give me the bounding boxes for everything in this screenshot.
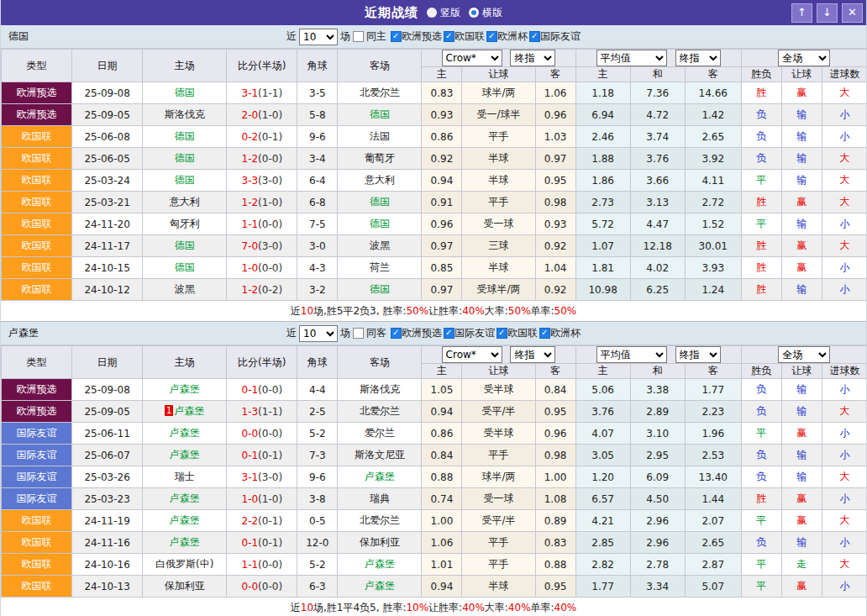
avg-away-cell: 1.52 xyxy=(685,213,741,235)
avg-draw-cell: 2.95 xyxy=(630,445,685,466)
goals-result-cell: 大 xyxy=(822,82,867,104)
home-odds-cell: 0.86 xyxy=(422,126,462,148)
avg-away-cell: 2.87 xyxy=(685,554,741,576)
league-checkbox-checked[interactable] xyxy=(444,31,455,42)
layout-horizontal-option[interactable]: 横版 xyxy=(469,6,502,20)
avg-draw-cell: 6.09 xyxy=(630,466,685,488)
scroll-up-button[interactable]: ↑ xyxy=(791,3,812,23)
average-select[interactable]: 平均值 xyxy=(596,50,667,66)
odds-time-select-1[interactable]: 终指 xyxy=(510,346,555,363)
bookmaker-select[interactable]: Crow* xyxy=(442,346,502,363)
match-type-cell: 欧国联 xyxy=(2,126,72,148)
avg-away-cell: 3.92 xyxy=(685,148,741,170)
score-cell: 1-0(0-0) xyxy=(227,257,297,279)
halftime-score: (1-0) xyxy=(258,493,282,505)
avg-home-cell: 3.76 xyxy=(575,401,630,423)
corner-cell: 3-2 xyxy=(297,279,338,301)
league-checkbox-checked[interactable] xyxy=(486,31,497,42)
match-date-cell: 24-11-16 xyxy=(72,532,143,554)
halftime-score: (3-0) xyxy=(258,240,282,252)
subcol-avg-home: 主 xyxy=(575,67,630,82)
radio-unselected-icon[interactable] xyxy=(427,8,437,18)
period-select[interactable]: 全场 xyxy=(778,346,830,363)
match-type-cell: 欧洲预选 xyxy=(2,104,72,126)
avg-draw-cell: 6.25 xyxy=(630,279,685,301)
match-count-select[interactable]: 10 xyxy=(299,325,338,342)
handicap-cell: 球半/两 xyxy=(462,82,535,104)
subcol-home-odds: 主 xyxy=(422,364,462,379)
avg-away-cell: 2.23 xyxy=(685,401,741,423)
close-button[interactable]: ✕ xyxy=(842,3,863,23)
league-checkbox-checked[interactable] xyxy=(529,31,540,42)
handicap-cell: 受平/半 xyxy=(462,401,535,423)
score-cell: 2-2(0-1) xyxy=(227,510,297,532)
fulltime-score: 3-1 xyxy=(242,471,259,483)
avg-home-cell: 2.46 xyxy=(575,126,630,148)
away-odds-cell: 0.95 xyxy=(535,170,575,192)
league-label: 国际友谊 xyxy=(540,29,581,44)
col-header-date: 日期 xyxy=(72,50,143,82)
handicap-cell: 平手 xyxy=(462,192,535,213)
goals-result-cell: 小 xyxy=(822,126,867,148)
result-cell: 胜 xyxy=(741,235,781,257)
arrow-up-icon: ↑ xyxy=(797,6,807,18)
halftime-score: (0-0) xyxy=(258,384,282,396)
result-cell: 平 xyxy=(741,213,781,235)
handicap-result-cell: 赢 xyxy=(781,510,822,532)
same-venue-checkbox[interactable] xyxy=(353,31,364,42)
home-odds-cell: 0.91 xyxy=(422,192,462,213)
recent-results-window: 近期战绩 竖版 横版 ↑ ↓ ✕ 德国 近 10 场 同主 xyxy=(0,0,867,616)
subcol-handicap-result: 让球 xyxy=(781,67,822,82)
corner-cell: 4-3 xyxy=(297,257,338,279)
corner-cell: 5-2 xyxy=(297,423,338,445)
match-date-cell: 24-10-12 xyxy=(72,279,143,301)
result-cell: 胜 xyxy=(741,279,781,301)
odds-time-select-2[interactable]: 终指 xyxy=(675,50,721,66)
corner-cell: 6-4 xyxy=(297,170,338,192)
handicap-result-cell: 输 xyxy=(781,213,822,235)
league-filter-欧洲杯: 欧洲杯 xyxy=(539,326,581,340)
period-select[interactable]: 全场 xyxy=(778,50,830,66)
odds-time-select-1[interactable]: 终指 xyxy=(510,50,555,66)
home-odds-cell: 0.94 xyxy=(422,401,462,423)
handicap-cell: 受半球 xyxy=(462,379,535,401)
radio-selected-icon[interactable] xyxy=(469,8,479,18)
avg-away-cell: 2.72 xyxy=(685,192,741,213)
goals-result-cell: 小 xyxy=(822,379,867,401)
layout-vertical-option[interactable]: 竖版 xyxy=(427,6,460,20)
odds-time-select-2[interactable]: 终指 xyxy=(675,346,721,363)
bookmaker-select[interactable]: Crow* xyxy=(442,50,502,66)
avg-home-cell: 2.85 xyxy=(575,532,630,554)
home-team-cell: 瑞士 xyxy=(143,466,227,488)
match-count-select[interactable]: 10 xyxy=(299,29,338,45)
league-checkbox-checked[interactable] xyxy=(391,328,402,339)
fulltime-score: 1-1 xyxy=(242,218,259,230)
home-odds-cell: 0.96 xyxy=(422,213,462,235)
league-checkbox-checked[interactable] xyxy=(391,31,402,42)
avg-draw-cell: 3.76 xyxy=(630,148,685,170)
avg-away-cell: 1.96 xyxy=(685,423,741,445)
handicap-cell: 平手 xyxy=(462,445,535,466)
avg-away-cell: 1.24 xyxy=(685,279,741,301)
league-filter-欧国联: 欧国联 xyxy=(497,326,538,340)
avg-home-cell: 4.21 xyxy=(575,510,630,532)
home-odds-cell: 0.86 xyxy=(422,423,462,445)
goals-result-cell: 小 xyxy=(822,423,867,445)
avg-away-cell: 3.93 xyxy=(685,257,741,279)
match-date-cell: 24-11-19 xyxy=(72,510,143,532)
avg-home-cell: 10.98 xyxy=(575,279,630,301)
halftime-score: (0-1) xyxy=(258,515,282,527)
scroll-down-button[interactable]: ↓ xyxy=(817,3,838,23)
league-checkbox-checked[interactable] xyxy=(539,328,550,339)
handicap-cell: 三球 xyxy=(462,235,535,257)
same-venue-label: 同客 xyxy=(366,326,386,340)
fulltime-group: 全场 xyxy=(741,346,867,364)
average-select[interactable]: 平均值 xyxy=(596,346,667,363)
league-checkbox-checked[interactable] xyxy=(497,328,507,339)
same-venue-checkbox[interactable] xyxy=(353,328,364,339)
away-odds-cell: 0.95 xyxy=(535,401,575,423)
league-checkbox-checked[interactable] xyxy=(444,328,455,339)
table-row: 欧国联 25-06-08 德国 0-2(0-1) 9-6 法国 0.86 平手 … xyxy=(2,126,867,148)
away-odds-cell: 1.03 xyxy=(535,126,575,148)
corner-cell: 7-3 xyxy=(297,445,338,466)
